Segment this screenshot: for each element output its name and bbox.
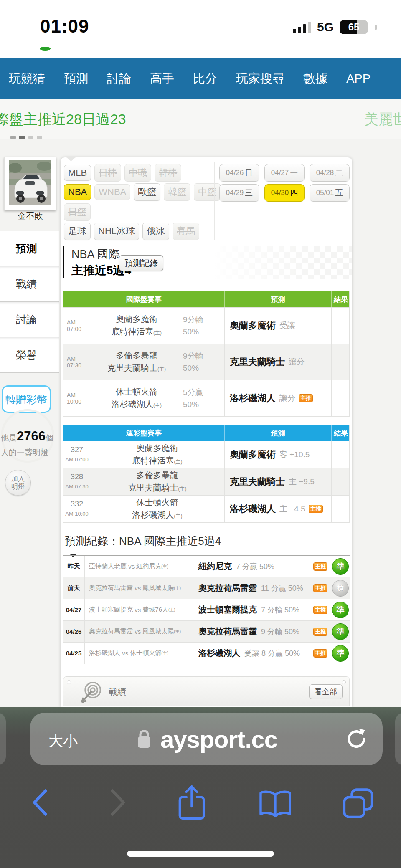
table-row[interactable]: AM 07:00 奧蘭多魔術 底特律活塞(主) 9分輸 50% 奧蘭多魔術 受讓	[63, 307, 349, 344]
clipped-logo-fragment	[40, 47, 51, 51]
away-team: 奧克拉荷馬雷霆	[89, 584, 133, 592]
record-matchup: 奧克拉荷馬雷霆 vs 鳳凰城太陽(主)	[84, 577, 193, 599]
date-tab-0501[interactable]: 05/01五	[310, 184, 350, 202]
tab-khl[interactable]: 俄冰	[142, 223, 169, 240]
date-tab-0429[interactable]: 04/29三	[219, 184, 259, 202]
matchup: 奧蘭多魔術 底特律活塞(主)	[90, 441, 224, 468]
record-date: 04/26	[63, 621, 84, 642]
adjacent-tab-left[interactable]	[0, 713, 6, 765]
record-prediction: 奧克拉荷馬雷霆 11 分贏 50% 主推	[193, 577, 331, 599]
record-outcome: 準	[331, 556, 350, 577]
record-row[interactable]: 04/27 波士頓塞爾提克 vs 費城76人(主) 波士頓塞爾提克 7 分輸 5…	[63, 599, 350, 620]
matchup: 多倫多暴龍 克里夫蘭騎士(主)	[90, 468, 224, 495]
user-avatar[interactable]	[4, 157, 56, 210]
record-row[interactable]: 前天 奧克拉荷馬雷霆 vs 鳳凰城太陽(主) 奧克拉荷馬雷霆 11 分贏 50%…	[63, 577, 350, 599]
record-matchup: 亞特蘭大老鷹 vs 紐約尼克(主)	[84, 556, 193, 577]
nav-item-predictions[interactable]: 預測	[64, 71, 88, 87]
view-all-button[interactable]: 看全部	[309, 684, 343, 699]
car-photo	[9, 160, 51, 205]
nav-item-play-quiz[interactable]: 玩競猜	[9, 71, 45, 87]
result-cell	[331, 308, 350, 344]
sidebar-item-predictions[interactable]: 預測	[0, 231, 59, 266]
home-indicator[interactable]	[127, 851, 274, 857]
tab-kbl: 韓籃	[164, 183, 190, 201]
panel-title-line1: NBA 國際	[71, 247, 120, 262]
marquee-text-right[interactable]: 美麗世	[364, 110, 401, 129]
marquee-text-left[interactable]: 際盤主推近28日過23	[0, 110, 126, 129]
date-value: 04/27	[271, 169, 289, 177]
table-row[interactable]: AM 07:30 多倫多暴龍 克里夫蘭騎士(主) 9分輸 50% 克里夫蘭騎士 …	[63, 344, 349, 380]
corner-pin	[67, 680, 71, 684]
date-tab-0427[interactable]: 04/27一	[264, 164, 305, 182]
home-mark: (主)	[174, 629, 181, 635]
picked-team: 奧克拉荷馬雷霆	[198, 626, 257, 637]
date-tab-0426[interactable]: 04/26日	[219, 164, 259, 182]
back-button-icon[interactable]	[31, 789, 48, 816]
tabs-icon[interactable]	[341, 786, 375, 820]
table-row[interactable]: 328 AM 07:30 多倫多暴龍 克里夫蘭騎士(主) 克里夫蘭騎士 主 −9…	[63, 468, 349, 495]
main-push-badge: 主推	[313, 606, 327, 614]
nav-item-app[interactable]: APP	[346, 72, 371, 86]
pick-note: 主 −9.5	[289, 476, 315, 487]
sport-tabs-row1: MLB日棒中職韓棒	[64, 164, 185, 182]
nav-item-player-search[interactable]: 玩家搜尋	[236, 71, 284, 87]
nav-item-scores[interactable]: 比分	[193, 71, 217, 87]
weekday: 日	[245, 167, 253, 178]
record-matchup: 奧克拉荷馬雷霆 vs 鳳凰城太陽(主)	[84, 621, 193, 642]
tab-soccer[interactable]: 足球	[64, 223, 91, 240]
announcement-marquee: 際盤主推近28日過23 美麗世	[0, 99, 401, 139]
header-events: 國際盤賽事	[63, 291, 224, 307]
prediction-cell: 洛杉磯湖人 主 −4.5 主推	[224, 496, 331, 522]
prediction-record-button[interactable]: 預測記錄	[119, 255, 163, 271]
home-team: 底特律活塞	[132, 456, 174, 465]
hit-result-icon: 準	[332, 602, 349, 618]
record-row[interactable]: 04/26 奧克拉荷馬雷霆 vs 鳳凰城太陽(主) 奧克拉荷馬雷霆 9 分輸 5…	[63, 620, 350, 642]
lottery-table-header: 運彩盤賽事 預測 結果	[63, 425, 349, 441]
tab-jp-basketball: 日籃	[64, 203, 91, 221]
join-beacon-button[interactable]: 加入 明燈	[5, 470, 31, 496]
record-outcome: 準	[331, 621, 350, 642]
sidebar-item-results[interactable]: 戰績	[0, 266, 59, 302]
weekday: 四	[290, 187, 298, 198]
hit-result-icon: 準	[332, 645, 349, 662]
table-row[interactable]: AM 10:00 休士頓火箭 洛杉磯湖人(主) 5分贏 50% 洛杉磯湖人 讓分…	[63, 380, 349, 416]
share-icon[interactable]	[177, 784, 206, 821]
panel-divider	[214, 162, 215, 240]
date-tab-0430-selected[interactable]: 04/30四	[264, 184, 305, 202]
away-team: 休士頓火箭	[116, 385, 157, 398]
weekday: 五	[335, 187, 343, 198]
bookmarks-icon[interactable]	[257, 790, 293, 819]
table-row[interactable]: 332 AM 10:00 休士頓火箭 洛杉磯湖人(主) 洛杉磯湖人 主 −4.5…	[63, 495, 349, 522]
vs-label: vs	[135, 585, 141, 592]
username[interactable]: 金不敗	[0, 210, 61, 222]
record-row[interactable]: 04/25 洛杉磯湖人 vs 休士頓火箭(主) 洛杉磯湖人 受讓 8 分贏 50…	[63, 642, 350, 664]
adjacent-tab-right[interactable]	[395, 713, 401, 765]
pick-detail: 受讓 8 分贏 50%	[244, 648, 300, 658]
result-cell	[331, 380, 350, 416]
address-bar[interactable]: 大小 aysport.cc	[30, 713, 383, 765]
text-size-button[interactable]: 大小	[48, 731, 78, 751]
beacon-prefix: 他是	[1, 433, 17, 442]
tab-nhl[interactable]: NHL冰球	[94, 223, 139, 240]
tab-nba[interactable]: NBA	[64, 184, 91, 200]
tab-mlb[interactable]: MLB	[64, 165, 91, 181]
record-date: 前天	[63, 577, 84, 599]
safari-mobile-page: 01:09 5G 65 玩競猜 預測 討論 高手 比分 玩家搜尋 數據 APP …	[0, 0, 401, 868]
reload-icon[interactable]	[346, 728, 368, 751]
tab-euro-basketball[interactable]: 歐籃	[134, 183, 160, 201]
sidebar-item-honors[interactable]: 榮譽	[0, 337, 59, 373]
date-tab-0428[interactable]: 04/28二	[310, 164, 350, 182]
sidebar-item-discussion[interactable]: 討論	[0, 302, 59, 337]
table-row[interactable]: 327 AM 07:00 奧蘭多魔術 底特律活塞(主) 奧蘭多魔術 客 +10.…	[63, 441, 349, 468]
game-time: AM 07:00	[65, 455, 89, 465]
nav-item-data[interactable]: 數據	[303, 71, 327, 87]
game-time: AM 07:00	[63, 308, 90, 344]
nav-item-forum[interactable]: 討論	[107, 71, 131, 87]
record-row[interactable]: 昨天 亞特蘭大老鷹 vs 紐約尼克(主) 紐約尼克 7 分贏 50% 主推 準	[63, 556, 350, 577]
main-push-badge: 主推	[313, 584, 327, 592]
result-cell	[331, 468, 350, 495]
nav-item-experts[interactable]: 高手	[150, 71, 174, 87]
prediction-cell: 克里夫蘭騎士 主 −9.5	[224, 468, 331, 495]
vs-label: vs	[135, 606, 141, 613]
tab-cba: 中籃	[194, 183, 221, 201]
